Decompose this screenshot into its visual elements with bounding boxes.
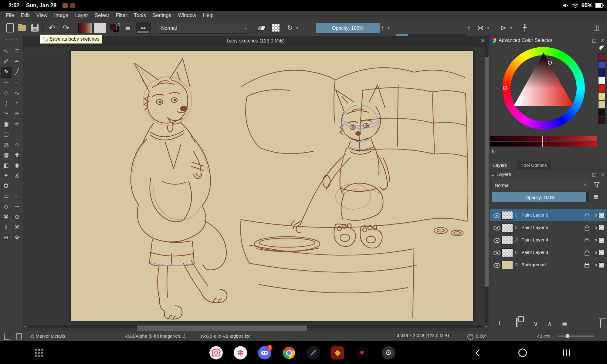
menu-file[interactable]: File: [2, 11, 17, 20]
open-document-button[interactable]: [17, 22, 27, 33]
tool-pattern-edit[interactable]: ▦: [1, 150, 12, 160]
filter-icon[interactable]: [593, 182, 600, 188]
menu-filter[interactable]: Filter: [112, 11, 131, 20]
settings-app-icon[interactable]: ⚙: [382, 346, 395, 359]
tool-edit-shapes[interactable]: ✐: [1, 56, 12, 67]
history-swatch[interactable]: [598, 116, 605, 124]
rotation-angle[interactable]: 0.00°: [476, 331, 487, 341]
chevron-down-icon[interactable]: ▾: [295, 22, 299, 33]
move-layer-down-button[interactable]: ∨: [533, 320, 538, 328]
shade-strip[interactable]: [490, 136, 597, 141]
discord-app-icon[interactable]: 2: [258, 346, 271, 359]
undo-button[interactable]: ↶: [46, 22, 58, 33]
workspace-chooser-icon[interactable]: ◫: [591, 22, 602, 33]
float-docker-icon[interactable]: ◱: [592, 38, 596, 43]
fg-bg-colors[interactable]: ⇅: [108, 22, 121, 33]
save-button[interactable]: [30, 22, 40, 33]
tool-transform[interactable]: ▣: [1, 119, 12, 129]
opacity-slider[interactable]: Opacity: 100%: [316, 23, 380, 34]
menu-layer[interactable]: Layer: [72, 11, 92, 20]
history-swatch[interactable]: [598, 77, 605, 84]
brush-settings-icon[interactable]: ≣: [123, 22, 133, 33]
recents-button[interactable]: [560, 346, 573, 359]
scroll-left-icon[interactable]: ◂: [24, 324, 26, 329]
chevron-down-icon[interactable]: ▾: [387, 22, 391, 33]
toolbox-handle[interactable]: [5, 39, 18, 40]
tool-zoom[interactable]: ⊕: [1, 232, 12, 243]
eraser-mode-icon[interactable]: [256, 22, 266, 33]
vertical-scrollbar[interactable]: [485, 47, 488, 323]
inherit-alpha-icon[interactable]: Ƨ: [515, 234, 518, 246]
home-button[interactable]: [516, 346, 529, 359]
alpha-channel-icon[interactable]: [599, 213, 604, 218]
preserve-alpha-icon[interactable]: [271, 22, 281, 33]
lock-icon[interactable]: [585, 214, 589, 218]
health-app-icon[interactable]: ♥: [355, 346, 368, 359]
lock-icon[interactable]: [585, 252, 589, 256]
tool-select-shapes[interactable]: ↖: [1, 46, 12, 56]
tool-multibrush[interactable]: ✳: [12, 109, 22, 119]
camera-app-icon[interactable]: [209, 346, 223, 359]
tool-calligraphy[interactable]: ✒: [12, 56, 22, 67]
layer-row[interactable]: Ƨ Paint Layer 4 α: [490, 234, 606, 246]
menu-tools[interactable]: Tools: [131, 11, 149, 20]
inherit-alpha-icon[interactable]: Ƨ: [515, 222, 518, 233]
visibility-icon[interactable]: [493, 251, 500, 255]
hue-cursor[interactable]: [503, 86, 507, 90]
game-app-icon[interactable]: [331, 346, 344, 359]
paint-app-icon[interactable]: [307, 346, 320, 359]
chevron-down-icon[interactable]: ▾: [486, 22, 490, 33]
history-swatch[interactable]: [598, 61, 605, 69]
layer-opacity-slider[interactable]: Opacity: 100%: [491, 192, 589, 202]
layer-row[interactable]: Ƨ Paint Layer 3 α: [490, 247, 606, 258]
brush-preset-name[interactable]: e) Marker Details: [30, 331, 65, 341]
back-button[interactable]: [472, 346, 486, 359]
float-docker-icon[interactable]: ◱: [592, 172, 596, 177]
app-drawer-button[interactable]: [32, 346, 46, 359]
blending-mode-dropdown[interactable]: Normal ▾: [158, 23, 249, 34]
layer-properties-button[interactable]: ≣: [562, 320, 567, 328]
tool-select-bezier[interactable]: ∮: [1, 222, 12, 232]
history-swatch[interactable]: [598, 109, 605, 116]
tool-dynamic-brush[interactable]: ✑: [1, 109, 12, 119]
delete-layer-button[interactable]: [600, 319, 601, 327]
inherit-alpha-icon[interactable]: Ƨ: [515, 247, 518, 258]
tool-assistants[interactable]: ✦: [1, 170, 12, 181]
tool-polygon[interactable]: ◇: [1, 88, 12, 98]
visibility-icon[interactable]: [493, 213, 500, 218]
tool-gradient[interactable]: ▧: [1, 140, 12, 150]
alpha-lock-icon[interactable]: α: [595, 222, 597, 233]
tool-select-elliptical[interactable]: ◌: [12, 191, 22, 201]
rotation-dial-icon[interactable]: [467, 334, 473, 340]
zoom-slider[interactable]: [558, 335, 594, 337]
close-docker-icon[interactable]: ✕: [601, 38, 605, 43]
tool-select-similar[interactable]: ✱: [1, 212, 12, 222]
layer-options-icon[interactable]: ≣: [593, 193, 599, 201]
tool-color-sampler[interactable]: ✧: [12, 140, 22, 150]
move-layer-up-button[interactable]: ∧: [547, 320, 552, 328]
tool-fill[interactable]: ◧: [1, 160, 12, 170]
tool-ellipse[interactable]: ○: [12, 78, 22, 88]
layer-row[interactable]: Ƨ Paint Layer 6 α: [490, 209, 606, 221]
zoom-level[interactable]: 43.4%: [537, 331, 550, 341]
menu-select[interactable]: Select: [91, 11, 112, 20]
tab-tool-options[interactable]: Tool Options: [517, 161, 551, 169]
alpha-channel-icon[interactable]: [599, 238, 604, 243]
tool-move[interactable]: ✛: [12, 119, 22, 129]
redo-button[interactable]: ↷: [60, 22, 72, 33]
new-document-button[interactable]: [5, 22, 15, 33]
gallery-app-icon[interactable]: ✽: [234, 346, 247, 359]
color-cursor[interactable]: [548, 61, 552, 65]
menu-image[interactable]: Image: [51, 11, 72, 20]
opacity-spinner[interactable]: ▴▾: [381, 22, 385, 33]
duplicate-layer-button[interactable]: [516, 319, 517, 327]
tab-layers[interactable]: Layers: [489, 161, 511, 169]
inherit-alpha-icon[interactable]: Ƨ: [515, 209, 518, 221]
menu-edit[interactable]: Edit: [17, 11, 33, 20]
tool-freehand-brush[interactable]: ✎: [1, 67, 12, 78]
layer-row[interactable]: Ƨ Background α: [490, 259, 606, 271]
tool-select-rectangular[interactable]: ▭: [1, 191, 12, 201]
horizontal-scrollbar[interactable]: [27, 325, 483, 328]
wrap-around-icon[interactable]: ⊳: [498, 22, 509, 33]
menu-view[interactable]: View: [33, 11, 51, 20]
